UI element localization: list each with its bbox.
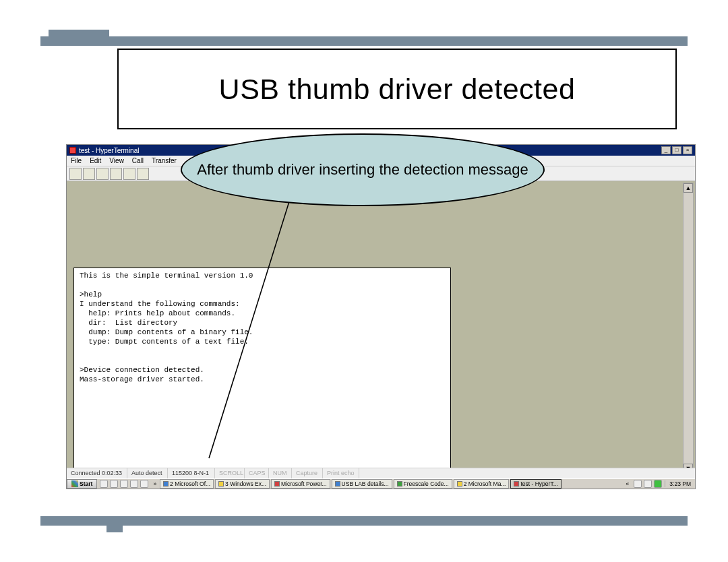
taskbar-item-icon (163, 481, 169, 487)
taskbar-item-icon (274, 481, 280, 487)
system-tray (634, 480, 662, 488)
quick-launch-icon[interactable] (110, 480, 118, 488)
taskbar-item-icon (218, 481, 224, 487)
window-title: test - HyperTerminal (79, 147, 139, 154)
taskbar-item-icon (397, 481, 402, 487)
toolbar-button-3[interactable] (96, 168, 109, 180)
toolbar-button-6[interactable] (137, 168, 149, 180)
menu-file[interactable]: File (71, 157, 82, 164)
taskbar-item[interactable]: 2 Microsoft Of... (160, 479, 214, 489)
taskbar-item[interactable]: 2 Microsoft Ma... (454, 479, 510, 489)
menu-transfer[interactable]: Transfer (152, 157, 177, 164)
chevron-icon[interactable]: » (153, 480, 156, 487)
taskbar-item-icon (457, 481, 462, 487)
close-button[interactable]: × (683, 146, 692, 154)
taskbar-item[interactable]: Microsoft Power... (271, 479, 330, 489)
quick-launch-icon[interactable] (100, 480, 108, 488)
start-label: Start (80, 480, 92, 487)
terminal-output: This is the simple terminal version 1.0 … (73, 268, 451, 474)
status-echo: Print echo (323, 468, 359, 478)
status-bar: Connected 0:02:33 Auto detect 115200 8-N… (67, 468, 695, 478)
status-scroll: SCROLL (215, 468, 245, 478)
tray-icon[interactable] (644, 480, 652, 488)
taskbar-item-label: test - HyperT... (520, 480, 557, 487)
taskbar-item[interactable]: 3 Windows Ex... (215, 479, 270, 489)
taskbar-item-label: Freescale Code... (404, 480, 449, 487)
toolbar-button-2[interactable] (83, 168, 95, 180)
menu-view[interactable]: View (109, 157, 124, 164)
start-button[interactable]: Start (67, 479, 97, 489)
taskbar-item-label: 2 Microsoft Of... (170, 480, 210, 487)
quick-launch-icon[interactable] (130, 480, 138, 488)
tray-icon[interactable] (634, 480, 642, 488)
toolbar-button-5[interactable] (123, 168, 135, 180)
minimize-button[interactable]: _ (661, 146, 671, 154)
quick-launch-icon[interactable] (140, 480, 148, 488)
status-capture: Capture (292, 468, 323, 478)
menu-call[interactable]: Call (132, 157, 144, 164)
maximize-button[interactable]: □ (672, 146, 681, 154)
callout-ellipse: After thumb driver inserting the detecti… (181, 133, 545, 206)
windows-taskbar: Start » 2 Microsoft Of...3 Windows Ex...… (67, 478, 695, 489)
decorative-bottom-bar (40, 516, 688, 526)
decorative-top-bar (40, 36, 688, 46)
taskbar-item-icon (514, 481, 519, 487)
windows-icon (71, 480, 78, 487)
taskbar-item-icon (335, 481, 340, 487)
taskbar-item-label: 3 Windows Ex... (225, 480, 266, 487)
status-baud: 115200 8-N-1 (168, 468, 215, 478)
slide-title-box: USB thumb driver detected (117, 49, 677, 129)
task-buttons: 2 Microsoft Of...3 Windows Ex...Microsof… (158, 479, 624, 489)
status-connected: Connected 0:02:33 (67, 468, 127, 478)
taskbar-item-label: USB LAB details... (342, 480, 389, 487)
clock[interactable]: 3:23 PM (665, 480, 695, 487)
taskbar-item-label: Microsoft Power... (281, 480, 327, 487)
taskbar-item[interactable]: test - HyperT... (510, 479, 561, 489)
decorative-bottom-tab (107, 516, 123, 532)
slide-title: USB thumb driver detected (219, 73, 576, 106)
status-num: NUM (269, 468, 292, 478)
tray-chevron-icon[interactable]: « (626, 480, 630, 487)
quick-launch-icon[interactable] (120, 480, 128, 488)
quick-launch (100, 480, 148, 488)
status-caps: CAPS (245, 468, 269, 478)
status-detect: Auto detect (127, 468, 168, 478)
tray-icon[interactable] (654, 480, 662, 488)
menu-edit[interactable]: Edit (90, 157, 101, 164)
scroll-up-icon[interactable]: ▲ (684, 183, 693, 193)
vertical-scrollbar[interactable]: ▲ ▼ (683, 183, 694, 474)
taskbar-item[interactable]: USB LAB details... (332, 479, 392, 489)
decorative-top-tab (49, 30, 109, 46)
callout-text: After thumb driver inserting the detecti… (197, 160, 528, 179)
toolbar-button-1[interactable] (69, 168, 82, 180)
taskbar-item[interactable]: Freescale Code... (394, 479, 452, 489)
app-icon (69, 147, 76, 154)
taskbar-item-label: 2 Microsoft Ma... (464, 480, 506, 487)
toolbar-button-4[interactable] (110, 168, 122, 180)
